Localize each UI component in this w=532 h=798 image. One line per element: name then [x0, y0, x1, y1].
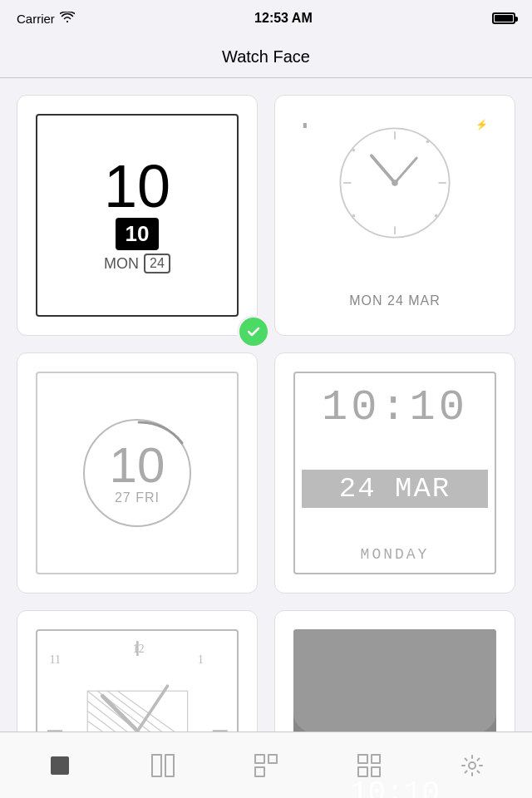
face-analog: ∎ ⚡ — [293, 114, 497, 318]
bluetooth-icon: ∎ — [302, 119, 308, 131]
tab-single-icon — [51, 756, 69, 775]
face4-day: MONDAY — [361, 546, 430, 563]
svg-point-11 — [392, 180, 398, 186]
status-time: 12:53 AM — [254, 11, 313, 26]
selected-check-badge — [237, 315, 270, 348]
svg-text:11: 11 — [49, 652, 61, 665]
power-icon: ⚡ — [475, 119, 488, 131]
face3-circle: 10 27 FRI — [83, 419, 191, 527]
face-minimal-circle: 10 27 FRI — [36, 372, 239, 575]
wifi-icon — [60, 12, 75, 26]
face4-time: 10:10 — [322, 383, 468, 432]
face3-arc-svg — [82, 418, 195, 531]
tab-single[interactable] — [35, 741, 85, 791]
face1-bottom: MON 24 — [104, 254, 170, 273]
face1-day-label: MON — [104, 255, 139, 273]
tab-three[interactable] — [241, 741, 291, 791]
svg-point-7 — [352, 214, 355, 217]
gear-icon — [461, 754, 484, 777]
battery-icon — [492, 12, 515, 24]
svg-text:1: 1 — [197, 652, 203, 665]
tab-four-icon — [357, 754, 381, 777]
watch-face-card-4[interactable]: 10:10 24 MAR MONDAY — [274, 352, 515, 594]
face4-date: 24 MAR — [302, 470, 489, 508]
face-digital-large: 10 10 MON 24 — [36, 114, 239, 318]
tab-three-icon — [254, 754, 278, 777]
tab-settings[interactable] — [447, 741, 497, 791]
svg-point-30 — [469, 762, 475, 769]
card-inner-4: 10:10 24 MAR MONDAY — [293, 372, 497, 575]
face2-date: MON 24 MAR — [349, 293, 441, 308]
svg-point-5 — [426, 140, 429, 143]
tab-two[interactable] — [138, 741, 188, 791]
face1-hour: 10 — [104, 156, 170, 216]
status-left: Carrier — [17, 12, 75, 26]
page-title: Watch Face — [222, 47, 310, 66]
tab-bar — [0, 732, 532, 798]
watch-face-grid: 10 10 MON 24 ∎ ⚡ — [0, 78, 532, 798]
svg-point-6 — [435, 214, 438, 217]
face1-minute-badge: 10 — [116, 218, 160, 250]
face-digital-lcd: 10:10 24 MAR MONDAY — [293, 372, 497, 575]
analog-clock-svg — [332, 121, 457, 245]
face6-time: 10:10 — [350, 776, 440, 798]
watch-face-card-1[interactable]: 10 10 MON 24 — [17, 95, 258, 336]
face1-date-badge: 24 — [144, 254, 170, 273]
tab-two-icon — [151, 754, 175, 777]
nav-bar: Watch Face — [0, 37, 532, 78]
card-inner-3: 10 27 FRI — [36, 372, 239, 575]
svg-text:12: 12 — [132, 642, 144, 655]
carrier-label: Carrier — [17, 12, 55, 26]
watch-face-card-3[interactable]: 10 27 FRI — [17, 352, 258, 594]
status-bar: Carrier 12:53 AM — [0, 0, 532, 37]
svg-point-8 — [352, 148, 355, 151]
card-inner-1: 10 10 MON 24 — [36, 114, 239, 318]
svg-line-9 — [372, 155, 395, 183]
svg-line-10 — [395, 158, 416, 183]
watch-face-card-2[interactable]: ∎ ⚡ — [274, 95, 515, 336]
status-right — [492, 12, 515, 24]
card-inner-2: ∎ ⚡ — [293, 114, 497, 318]
